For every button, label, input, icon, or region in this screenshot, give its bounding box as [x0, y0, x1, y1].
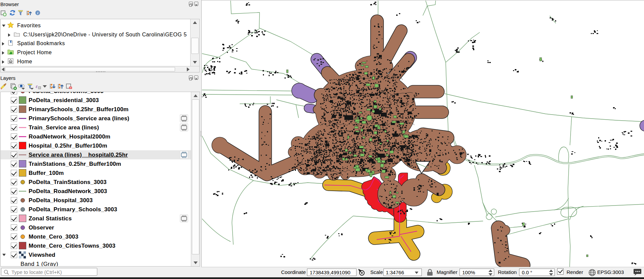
svg-text:ε: ε	[36, 84, 38, 89]
